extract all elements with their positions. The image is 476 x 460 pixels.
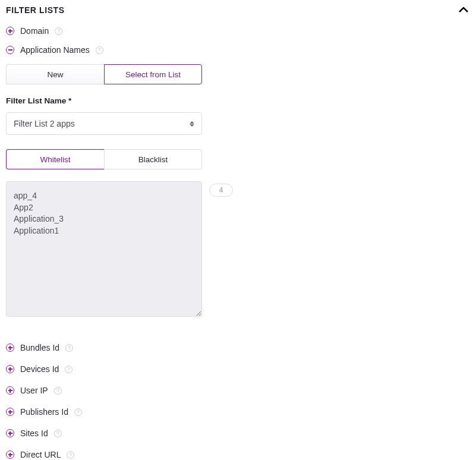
help-icon[interactable] [54,387,62,395]
help-icon[interactable] [65,344,73,352]
filter-list-name-select[interactable] [6,112,202,135]
blacklist-button[interactable]: Blacklist [104,149,202,169]
filter-list-name-label: Filter List Name * [6,96,470,105]
filter-label-user-ip: User IP [20,386,48,395]
filter-label-publishers-id: Publishers Id [20,407,68,417]
whitelist-blacklist-segment: Whitelist Blacklist [6,149,470,169]
filter-row-publishers-id: Publishers Id [6,407,470,417]
collapse-icon[interactable] [6,46,14,54]
expand-icon[interactable] [6,408,14,416]
whitelist-button[interactable]: Whitelist [6,149,104,169]
filter-label-devices-id: Devices Id [20,364,59,374]
new-or-select-segment: New Select from List [6,64,470,84]
filter-row-application-names: Application Names [6,45,470,55]
page-title: FILTER LISTS [6,5,65,15]
filter-label-bundles-id: Bundles Id [20,343,59,352]
filter-row-direct-url: Direct URL [6,450,470,459]
expand-icon[interactable] [6,450,14,459]
filter-list-items-textarea[interactable]: app_4 App2 Application_3 Application1 [6,181,202,317]
filter-row-sites-id: Sites Id [6,429,470,438]
help-icon[interactable] [74,408,82,416]
help-icon[interactable] [55,27,62,35]
collapse-section-button[interactable] [457,4,470,17]
item-count-badge: 4 [209,184,233,197]
help-icon[interactable] [96,46,103,54]
select-from-list-button[interactable]: Select from List [104,64,202,84]
expand-icon[interactable] [6,429,14,437]
expand-icon[interactable] [6,344,14,352]
help-icon[interactable] [65,366,72,373]
filter-label-direct-url: Direct URL [20,450,61,459]
filter-label-application-names: Application Names [20,45,90,55]
filter-row-devices-id: Devices Id [6,364,470,374]
expand-icon[interactable] [6,386,14,395]
expand-icon[interactable] [6,27,14,35]
filter-label-domain: Domain [20,26,49,36]
filter-row-bundles-id: Bundles Id [6,343,470,352]
help-icon[interactable] [54,430,62,437]
filter-row-user-ip: User IP [6,386,470,395]
filter-row-domain: Domain [6,26,470,36]
new-button[interactable]: New [6,64,104,84]
help-icon[interactable] [67,451,74,459]
expand-icon[interactable] [6,365,14,373]
filter-label-sites-id: Sites Id [20,429,48,438]
chevron-up-icon [459,7,468,13]
filter-list-name-input[interactable] [6,112,202,135]
